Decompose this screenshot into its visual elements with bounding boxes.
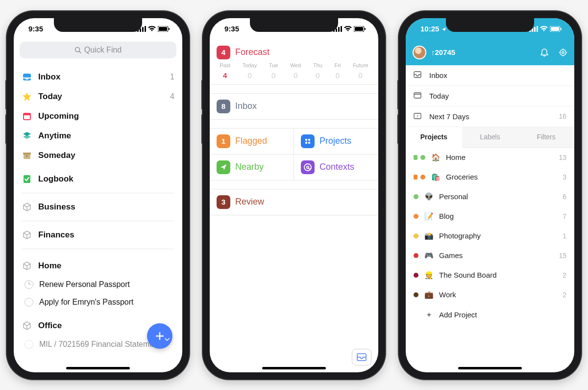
svg-rect-38	[561, 28, 562, 30]
day-thu[interactable]: Thu0	[313, 62, 322, 79]
upcoming-label: Upcoming	[38, 111, 174, 121]
divider	[22, 193, 174, 193]
project-row[interactable]: 👽 Personal 6	[406, 187, 574, 207]
gear-icon[interactable]	[559, 48, 567, 57]
svg-rect-46	[414, 93, 421, 98]
svg-rect-35	[537, 26, 538, 32]
project-count: 15	[559, 252, 566, 260]
deferred-icon	[24, 280, 33, 289]
day-future[interactable]: Future0	[353, 62, 368, 79]
forecast-badge: 4	[217, 46, 230, 59]
plus-icon: ＋	[424, 310, 433, 319]
karma-score[interactable]: ↑20745	[431, 48, 455, 56]
project-color-dot	[414, 234, 418, 238]
svg-rect-14	[23, 153, 31, 155]
today-count: 4	[170, 92, 174, 101]
svg-point-28	[308, 141, 310, 143]
row-contexts[interactable]: Contexts	[294, 155, 378, 180]
project-color-dot	[420, 175, 425, 180]
project-row[interactable]: 💼 Work 2	[406, 285, 574, 305]
quick-find-placeholder: Quick Find	[84, 46, 122, 54]
project-row[interactable]: 🎮 Games 15	[406, 246, 574, 265]
project-count: 6	[563, 193, 566, 201]
svg-rect-16	[26, 156, 28, 156]
bell-icon[interactable]	[540, 48, 549, 57]
project-color-dot	[414, 194, 418, 199]
svg-line-8	[79, 51, 81, 53]
row-next7[interactable]: 7 Next 7 Days 16	[406, 106, 574, 127]
row-today[interactable]: Today	[406, 86, 574, 106]
day-past[interactable]: Past4	[220, 62, 230, 79]
svg-point-26	[308, 138, 310, 140]
row-review[interactable]: 3 Review	[210, 189, 378, 215]
tab-labels[interactable]: Labels	[462, 127, 518, 147]
tab-projects[interactable]: Projects	[406, 127, 462, 148]
project-count: 2	[563, 271, 566, 279]
row-forecast[interactable]: 4 Forecast	[210, 40, 378, 61]
status-time: 9:35	[28, 25, 43, 33]
task-emryn[interactable]: Apply for Emryn's Passport	[14, 293, 182, 311]
project-row[interactable]: 👷 The Sound Board 2	[406, 265, 574, 285]
area-home[interactable]: Home	[14, 256, 182, 276]
project-color-dot	[414, 214, 418, 219]
project-label: Work	[439, 290, 557, 299]
checkbox-icon[interactable]	[24, 298, 33, 307]
tab-filters[interactable]: Filters	[518, 127, 574, 147]
row-upcoming[interactable]: Upcoming	[14, 106, 182, 126]
project-row[interactable]: 📸 Photography 1	[406, 226, 574, 246]
phone-things: 9:35 Quick Find Inbox 1	[7, 11, 189, 379]
shared-icon	[414, 175, 417, 180]
day-fri[interactable]: Fri0	[334, 62, 341, 79]
task-renew[interactable]: Renew Personal Passport	[14, 276, 182, 293]
svg-rect-5	[159, 27, 167, 31]
add-project[interactable]: ＋ Add Project	[406, 305, 574, 325]
quick-capture-button[interactable]	[352, 349, 371, 365]
day-wed[interactable]: Wed0	[290, 62, 301, 79]
svg-rect-13	[24, 115, 30, 119]
quick-find[interactable]: Quick Find	[20, 42, 176, 58]
row-logbook[interactable]: Logbook	[14, 169, 182, 189]
row-projects[interactable]: Projects	[294, 129, 378, 154]
project-emoji: 📝	[424, 212, 433, 221]
project-emoji: 💼	[424, 290, 433, 299]
project-color-dot	[414, 253, 418, 258]
day-today[interactable]: Today0	[243, 62, 257, 79]
battery-icon	[158, 26, 170, 32]
svg-point-27	[305, 141, 307, 143]
project-label: Photography	[439, 232, 557, 240]
search-icon	[74, 47, 81, 53]
row-today[interactable]: Today 4	[14, 87, 182, 106]
new-task-button[interactable]	[147, 323, 172, 349]
row-someday[interactable]: Someday	[14, 146, 182, 165]
row-anytime[interactable]: Anytime	[14, 126, 182, 146]
avatar[interactable]	[413, 46, 426, 59]
calendar-icon	[414, 92, 422, 100]
project-row[interactable]: 🛍️ Groceries 3	[406, 167, 574, 187]
row-nearby[interactable]: Nearby	[210, 155, 294, 180]
svg-point-25	[305, 138, 307, 140]
row-inbox[interactable]: Inbox	[406, 65, 574, 86]
forecast-days[interactable]: Past4 Today0 Tue0 Wed0 Thu0 Fri0 Future0	[210, 61, 378, 85]
shared-icon	[414, 155, 417, 160]
phone-todoist: 10:25 ↑20745 Inbox Today 7 Next 7 Days	[399, 11, 581, 379]
area-finances[interactable]: Finances	[14, 225, 182, 245]
project-row[interactable]: 📝 Blog 7	[406, 207, 574, 226]
project-count: 3	[563, 173, 566, 181]
project-row[interactable]: 🏠 Home 13	[406, 148, 574, 167]
tabs: Projects Labels Filters	[406, 127, 574, 148]
area-business[interactable]: Business	[14, 197, 182, 217]
projects-label: Projects	[319, 136, 351, 146]
svg-rect-33	[532, 28, 533, 32]
row-flagged[interactable]: 1 Flagged	[210, 129, 294, 154]
box-icon	[22, 260, 32, 271]
project-count: 1	[563, 232, 566, 240]
project-label: Games	[439, 251, 553, 260]
project-label: Home	[446, 153, 553, 161]
row-inbox[interactable]: Inbox 1	[14, 67, 182, 87]
day-tue[interactable]: Tue0	[269, 62, 278, 79]
checkbox-icon[interactable]	[24, 340, 33, 349]
box-icon	[22, 230, 32, 240]
row-inbox[interactable]: 8 Inbox	[210, 94, 378, 120]
status-time: 9:35	[224, 25, 239, 33]
box-icon	[22, 202, 32, 212]
